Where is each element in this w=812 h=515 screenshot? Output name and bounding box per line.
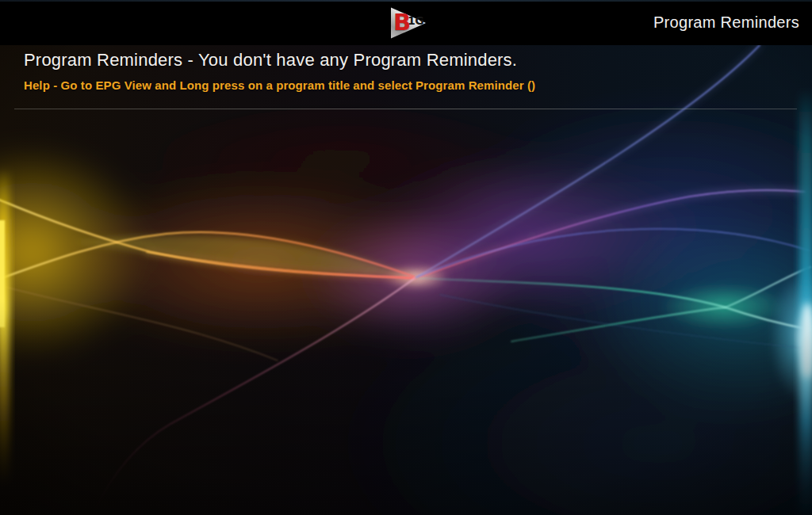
page-title: Program Reminders xyxy=(653,0,799,45)
top-bar: B 1G Program Reminders xyxy=(0,0,812,45)
empty-state-message: Program Reminders - You don't have any P… xyxy=(24,49,812,71)
content-area: Program Reminders - You don't have any P… xyxy=(0,45,812,515)
program-reminders-screen: B 1G Program Reminders Program Reminders… xyxy=(0,0,812,515)
logo-letter-1g: 1G xyxy=(408,14,423,27)
b1g-logo: B 1G xyxy=(386,7,426,39)
help-text: Help - Go to EPG View and Long press on … xyxy=(24,78,812,93)
divider xyxy=(14,109,797,109)
